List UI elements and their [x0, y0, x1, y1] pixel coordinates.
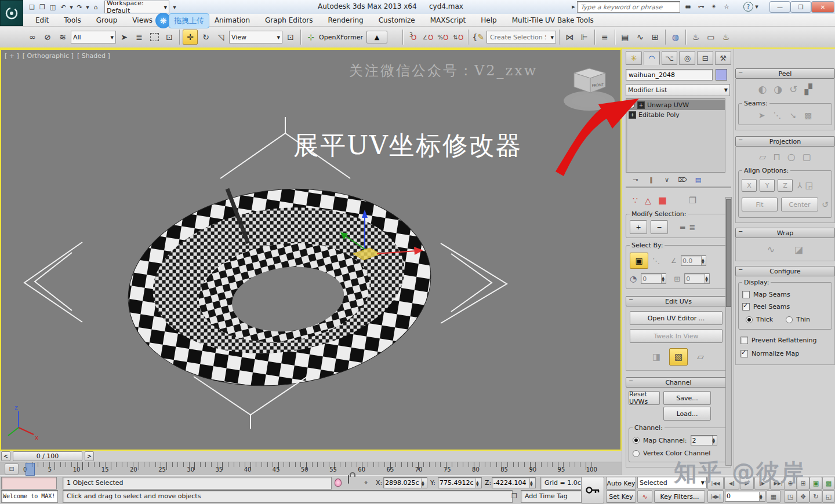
tab-utilities[interactable]: ⚒ — [715, 51, 731, 65]
menu-customize[interactable]: Customize — [371, 14, 423, 26]
smoothing-spinner[interactable]: ▲▼ — [661, 274, 666, 283]
select-and-link-icon[interactable]: ∞ — [26, 30, 39, 44]
x-coord-field[interactable]: ▲▼ — [383, 477, 427, 488]
window-crossing-icon[interactable]: ⊡ — [162, 30, 176, 44]
map-seams-checkbox[interactable] — [742, 291, 750, 298]
next-frame-button[interactable]: > — [85, 451, 94, 461]
show-checker-map-button[interactable]: ▧ — [669, 348, 688, 366]
menu-group[interactable]: Group — [89, 14, 125, 26]
select-and-rotate-icon[interactable]: ↻ — [199, 30, 213, 44]
unlink-selection-icon[interactable]: ⊘ — [41, 30, 55, 44]
peel-mode-icon[interactable]: ◑ — [774, 83, 782, 95]
viewport-menu-view[interactable]: [ Orthographic ] — [23, 52, 74, 60]
select-and-manipulate-icon[interactable]: ⊹ — [304, 30, 318, 44]
z-coord-input[interactable] — [492, 479, 529, 487]
modifier-stack-row-unwrap[interactable]: + Unwrap UVW — [626, 100, 725, 110]
map-channel-field[interactable]: ▲▼ — [691, 435, 717, 445]
edge-mode-icon[interactable]: △ — [645, 196, 651, 205]
frame-spinner[interactable]: ▲▼ — [759, 492, 765, 501]
matid-input[interactable] — [685, 275, 705, 283]
y-coord-input[interactable] — [438, 479, 475, 487]
configure-header[interactable]: − Configure — [735, 266, 835, 276]
save-file-icon[interactable]: ◫ — [48, 2, 58, 12]
menu-tools[interactable]: Tools — [56, 14, 89, 26]
render-production-icon[interactable]: ♨ — [719, 30, 733, 44]
selection-filter-dropdown[interactable]: All ▾ — [71, 31, 116, 43]
menu-rendering[interactable]: Rendering — [320, 14, 371, 26]
spherical-map-icon[interactable]: ○ — [787, 151, 796, 162]
time-configuration-icon[interactable]: ▦ — [767, 490, 780, 503]
projection-header[interactable]: − Projection — [735, 136, 835, 147]
selection-lock-icon[interactable] — [348, 475, 349, 484]
reset-projection-icon[interactable]: ↺ — [822, 200, 829, 209]
angle-spinner[interactable]: ▲▼ — [701, 256, 706, 265]
show-end-result-icon[interactable]: ‖ — [646, 174, 656, 185]
align-normal-icon[interactable]: ⅄ — [797, 181, 803, 190]
add-time-tag[interactable]: Add Time Tag — [521, 490, 584, 503]
ribbon-toggle-icon[interactable]: ▤ — [618, 30, 632, 44]
search-icon[interactable]: ◉◉ — [682, 1, 692, 12]
minimize-button[interactable]: — — [769, 1, 790, 13]
align-y-button[interactable]: Y — [760, 179, 775, 192]
map-seams-row[interactable]: Map Seams — [742, 291, 828, 298]
workspace-dropdown[interactable]: Workspace: Default ▾ — [104, 1, 169, 13]
named-selection-set-combobox[interactable]: ▾ — [487, 31, 556, 43]
expand-plus-icon[interactable]: + — [637, 101, 645, 109]
tweak-in-view-button[interactable]: Tweak In View — [630, 329, 723, 343]
open-mini-curve-editor-icon[interactable]: ⊟ — [5, 463, 19, 474]
z-coord-field[interactable]: ▲▼ — [492, 477, 536, 488]
grow-selection-button[interactable]: + — [630, 220, 647, 234]
pin-stack-icon[interactable]: ⊸ — [630, 174, 641, 185]
tab-create[interactable]: ✳ — [626, 51, 642, 65]
thick-radio[interactable] — [746, 316, 753, 323]
menu-edit[interactable]: Edit — [28, 14, 56, 26]
open-uv-editor-button[interactable]: Open UV Editor ... — [630, 311, 723, 325]
orbit-icon[interactable]: ↻ — [809, 490, 822, 503]
key-mode-toggle-icon[interactable]: |◀▶| — [707, 490, 724, 503]
mirror-icon[interactable]: ⋈ — [562, 30, 576, 44]
object-name-input[interactable] — [626, 71, 712, 79]
viewport-menu-plus[interactable]: [ + ] — [5, 52, 19, 60]
peel-header[interactable]: − Peel — [735, 68, 835, 79]
normalize-map-checkbox[interactable] — [740, 350, 748, 357]
select-by-matid-icon[interactable]: ⊞ — [674, 275, 680, 283]
current-frame-field[interactable]: ▲▼ — [725, 491, 765, 502]
edit-seams-icon[interactable]: ➤ — [758, 111, 765, 120]
maximize-viewport-toggle-icon[interactable]: ◱ — [822, 490, 835, 503]
prevent-reflattening-row[interactable]: Prevent Reflattening — [738, 337, 832, 344]
project-folder-icon[interactable]: ⌂ — [90, 2, 101, 12]
zoom-extents-icon[interactable]: ▣ — [809, 477, 822, 490]
search-input[interactable] — [578, 3, 680, 11]
peel-seams-checkbox[interactable] — [742, 303, 750, 311]
auto-key-button[interactable]: Auto Key — [606, 477, 636, 490]
viewport-canvas[interactable]: z x FRONT [ + ] [ Orthographic ] [ Shade… — [0, 49, 622, 451]
time-position-marker[interactable] — [26, 463, 35, 476]
select-and-scale-icon[interactable]: ◹ — [214, 30, 228, 44]
current-frame-input[interactable] — [725, 492, 759, 500]
map-channel-input[interactable] — [691, 437, 712, 444]
bind-to-spacewarp-icon[interactable]: ≋ — [56, 30, 70, 44]
select-and-move-icon[interactable]: ✛ — [183, 30, 198, 45]
absolute-mode-icon[interactable]: ⌖ — [361, 477, 371, 488]
render-setup-icon[interactable]: ♨ — [689, 30, 703, 44]
y-spinner[interactable]: ▲▼ — [475, 479, 481, 488]
spinner-snap-icon[interactable]: ⇅Ω — [451, 30, 465, 44]
maxscript-mini-listener[interactable] — [1, 477, 57, 490]
polygon-mode-icon[interactable]: ■ — [658, 195, 667, 206]
menu-graph-editors[interactable]: Graph Editors — [257, 14, 320, 26]
close-button[interactable]: ✕ — [811, 1, 834, 13]
prevent-reflattening-checkbox[interactable] — [740, 337, 748, 344]
reference-coordinate-dropdown[interactable]: View ▾ — [229, 31, 282, 43]
angle-snap-icon[interactable]: ∠Ω — [421, 30, 435, 44]
redo-icon[interactable]: ↷ — [74, 2, 85, 12]
load-uvs-button[interactable]: Load... — [663, 407, 711, 421]
percent-snap-icon[interactable]: %Ω — [436, 30, 450, 44]
vertex-mode-icon[interactable]: ∵ — [633, 196, 638, 205]
time-slider-handle[interactable]: 0 / 100 — [13, 451, 82, 461]
smoothing-group-field[interactable]: ▲▼ — [641, 273, 666, 284]
open-file-icon[interactable]: ❒ — [37, 2, 48, 12]
set-key-button[interactable]: Set Key — [606, 490, 636, 503]
modifier-list-dropdown[interactable]: Modifier List ▼ — [626, 84, 730, 96]
selection-set-input[interactable] — [489, 33, 547, 42]
menu-maxscript[interactable]: MAXScript — [423, 14, 474, 26]
